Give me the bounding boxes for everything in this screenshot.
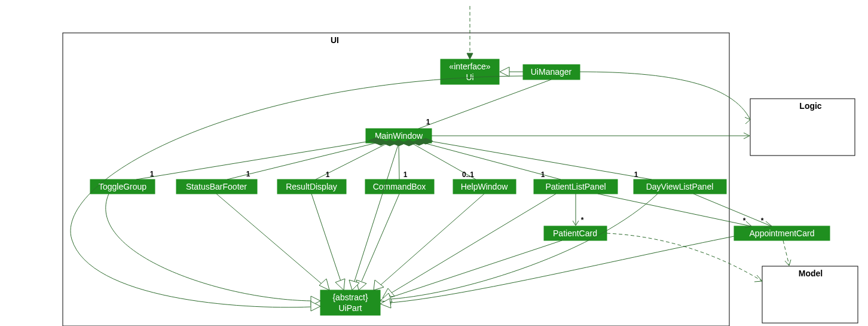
edge-dayviewlistpanel-gen — [391, 194, 658, 299]
svg-text:DayViewListPanel: DayViewListPanel — [646, 182, 714, 191]
edge-commandbox-gen — [362, 194, 399, 281]
mult-statusbarfooter: 1 — [246, 170, 250, 178]
mult-patientlistpanel: 1 — [541, 170, 545, 179]
edge-mainwindow-gen — [354, 143, 399, 281]
class-togglegroup: ToggleGroup — [90, 179, 155, 194]
svg-text:AppointmentCard: AppointmentCard — [750, 228, 815, 238]
svg-text:ResultDisplay: ResultDisplay — [286, 182, 337, 191]
arrowhead-uimanager-realize-ui — [500, 67, 509, 77]
svg-text:«interface»: «interface» — [449, 62, 490, 71]
class-ui-interface: «interface» Ui — [441, 59, 499, 84]
svg-text:Ui: Ui — [466, 72, 473, 82]
class-patientlistpanel: PatientListPanel — [534, 179, 618, 194]
svg-text:UiManager: UiManager — [531, 67, 572, 77]
arrow-external-to-ui — [467, 53, 473, 59]
mult-helpwindow: 0..1 — [462, 170, 474, 179]
mult-patientcard: * — [581, 216, 584, 224]
class-uipart: {abstract} UiPart — [320, 290, 380, 315]
svg-text:PatientListPanel: PatientListPanel — [545, 182, 606, 191]
class-patientcard: PatientCard — [544, 226, 607, 240]
edge-mw-patientlistpanel — [424, 143, 561, 179]
class-commandbox: CommandBox — [365, 179, 434, 194]
edge-uimanager-to-mainwindow — [418, 80, 551, 129]
class-uimanager: UiManager — [523, 65, 580, 80]
edge-dvlp-to-appointmentcard — [693, 194, 771, 226]
tri-commandbox-gen — [356, 280, 366, 290]
package-model-label: Model — [799, 269, 823, 278]
edge-togglegroup-gen — [106, 194, 311, 301]
class-statusbarfooter: StatusBarFooter — [176, 179, 257, 194]
class-resultdisplay: ResultDisplay — [277, 179, 346, 194]
svg-text:StatusBarFooter: StatusBarFooter — [186, 182, 247, 191]
svg-text:{abstract}: {abstract} — [332, 293, 368, 302]
uml-diagram: UI Logic Model «interface» Ui UiManager … — [0, 0, 868, 326]
svg-text:HelpWindow: HelpWindow — [461, 182, 508, 191]
package-ui-label: UI — [331, 35, 339, 45]
tri-helpwindow-gen — [374, 280, 384, 290]
mult-mainwindow: 1 — [426, 118, 430, 126]
mult-togglegroup: 1 — [150, 170, 154, 178]
edge-appointmentcard-to-model — [783, 240, 789, 265]
mult-dayviewlistpanel: 1 — [634, 170, 638, 179]
edge-mw-commandbox — [399, 146, 399, 179]
svg-text:PatientCard: PatientCard — [553, 228, 597, 238]
edge-plp-to-appointmentcard — [598, 194, 751, 226]
class-appointmentcard: AppointmentCard — [734, 226, 830, 240]
svg-text:MainWindow: MainWindow — [375, 131, 423, 141]
edge-patientlistpanel-gen — [391, 194, 556, 293]
edge-statusbarfooter-gen — [216, 194, 323, 285]
tri-statusbarfooter-gen — [319, 279, 329, 290]
package-logic-label: Logic — [799, 101, 822, 111]
edge-appointmentcard-gen — [391, 236, 734, 303]
mult-resultdisplay: 1 — [326, 170, 330, 179]
svg-text:ToggleGroup: ToggleGroup — [99, 182, 146, 191]
tri-resultdisplay-gen — [335, 279, 345, 290]
class-dayviewlistpanel: DayViewListPanel — [634, 179, 726, 194]
edge-mw-togglegroup — [136, 141, 370, 179]
class-helpwindow: HelpWindow — [453, 179, 516, 194]
svg-text:CommandBox: CommandBox — [373, 182, 426, 191]
mult-appointmentcard-left: * — [743, 217, 746, 225]
edge-resultdisplay-gen — [311, 194, 341, 281]
mult-appointmentcard-right: * — [761, 217, 764, 225]
mult-commandbox: 1 — [404, 170, 408, 179]
svg-text:UiPart: UiPart — [339, 303, 362, 313]
edge-uimanager-to-logic — [580, 72, 750, 120]
edge-patientcard-gen — [391, 240, 562, 297]
